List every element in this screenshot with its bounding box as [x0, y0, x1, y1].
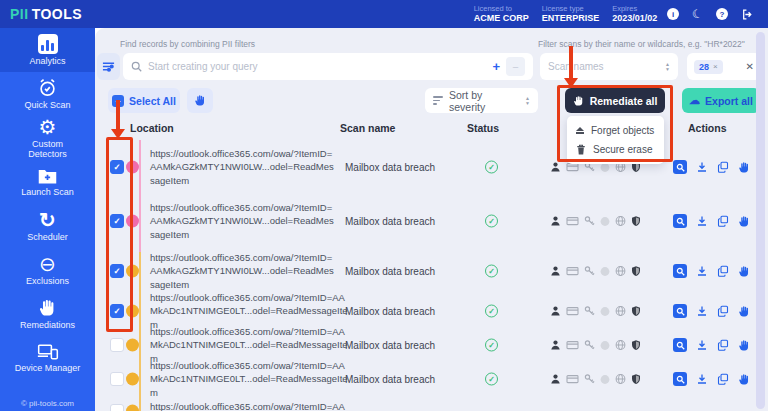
row-checkbox[interactable]: ✓ — [110, 264, 124, 278]
scrollbar[interactable] — [756, 32, 765, 409]
alarm-clock-icon — [37, 77, 58, 98]
remove-filter-button[interactable]: − — [506, 57, 525, 76]
copy-icon[interactable] — [717, 305, 729, 317]
devices-icon — [37, 343, 59, 361]
hand-icon[interactable] — [738, 305, 751, 318]
download-icon[interactable] — [696, 265, 708, 277]
key-icon — [584, 374, 595, 385]
chevron-updown-icon: ▲▼ — [665, 62, 670, 71]
hand-icon[interactable] — [738, 265, 751, 278]
dot-icon — [600, 306, 610, 316]
sidebar-item-analytics[interactable]: Analytics — [0, 28, 95, 72]
help-icon[interactable]: ? — [716, 8, 728, 20]
hand-icon[interactable] — [738, 339, 751, 352]
download-icon[interactable] — [696, 215, 708, 227]
preview-icon[interactable] — [673, 214, 687, 228]
globe-icon — [615, 266, 626, 277]
clear-filters-icon[interactable]: ✕ — [746, 61, 754, 72]
sidebar-item-scheduler[interactable]: ↻ Scheduler — [0, 204, 95, 248]
app-header: PII TOOLS Licensed to ACME CORP License … — [0, 0, 768, 28]
sidebar-item-custom-detectors[interactable]: ⚙ Custom Detectors — [0, 116, 95, 160]
status-ok-icon: ✓ — [485, 215, 498, 228]
download-icon[interactable] — [696, 373, 708, 385]
row-checkbox[interactable]: ✓ — [110, 304, 124, 318]
key-icon — [584, 216, 595, 227]
result-count-chip[interactable]: 28 × — [694, 60, 723, 74]
row-checkbox[interactable] — [110, 372, 124, 386]
dot-icon — [600, 216, 610, 226]
chevron-updown-icon: ▲▼ — [525, 96, 530, 105]
menu-item-forget-objects[interactable]: Forget objects — [567, 121, 664, 140]
filter-presets-button[interactable] — [97, 53, 120, 80]
copy-icon[interactable] — [717, 161, 729, 173]
license-expires: Expires 2023/01/02 — [612, 4, 657, 24]
row-scan-name: Mailbox data breach — [345, 216, 455, 227]
table-row: https://outlook.office365.com/owa/?ItemI… — [95, 362, 768, 396]
status-ok-icon: ✓ — [485, 373, 498, 386]
sidebar-item-device-manager[interactable]: Device Manager — [0, 336, 95, 380]
row-location[interactable]: https://outlook.office365.com/owa/?ItemI… — [150, 251, 336, 291]
download-icon[interactable] — [696, 305, 708, 317]
sidebar-item-remediations[interactable]: Remediations — [0, 292, 95, 336]
remediate-selected-button[interactable] — [187, 88, 213, 113]
sidebar-item-launch-scan[interactable]: Launch Scan — [0, 160, 95, 204]
remediate-all-button[interactable]: Remediate all — [565, 88, 665, 113]
copy-icon[interactable] — [717, 373, 729, 385]
results-table: ✓ https://outlook.office365.com/owa/?Ite… — [95, 140, 768, 411]
remove-chip-icon[interactable]: × — [713, 62, 718, 71]
severity-dot — [126, 215, 139, 228]
hand-icon[interactable] — [738, 161, 751, 174]
download-icon[interactable] — [696, 161, 708, 173]
person-icon — [550, 266, 561, 277]
preview-icon[interactable] — [673, 264, 687, 278]
bar-chart-icon — [38, 34, 58, 54]
select-all-button[interactable]: – Select All — [108, 88, 180, 113]
table-row: https://outlook.office365.com/owa/?ItemI… — [95, 328, 768, 362]
query-input[interactable]: Start creating your query + − — [123, 53, 533, 80]
download-icon[interactable] — [696, 339, 708, 351]
row-checkbox[interactable] — [110, 404, 124, 411]
trash-icon — [576, 144, 586, 155]
add-filter-button[interactable]: + — [492, 59, 500, 74]
preview-icon[interactable] — [673, 160, 687, 174]
sidebar-item-quick-scan[interactable]: Quick Scan — [0, 72, 95, 116]
dot-icon — [600, 266, 610, 276]
pii-type-icons — [550, 374, 641, 385]
row-location[interactable]: https://outlook.office365.com/owa/?ItemI… — [150, 400, 350, 411]
row-location[interactable]: https://outlook.office365.com/owa/?ItemI… — [150, 147, 336, 187]
credit-card-icon — [566, 266, 579, 277]
copy-icon[interactable] — [717, 215, 729, 227]
row-checkbox[interactable]: ✓ — [110, 214, 124, 228]
active-filter-chips: 28 × ✕ — [687, 53, 761, 80]
column-scan-name: Scan name — [340, 122, 395, 134]
hand-icon[interactable] — [738, 373, 751, 386]
sidebar: Analytics Quick Scan ⚙ Custom Detectors … — [0, 28, 95, 411]
sort-select[interactable]: Sort by severity ▲▼ — [425, 88, 538, 113]
credit-card-icon — [566, 216, 579, 227]
copy-icon[interactable] — [717, 339, 729, 351]
logo-tools: TOOLS — [32, 6, 82, 22]
sidebar-item-exclusions[interactable]: ⊖ Exclusions — [0, 248, 95, 292]
person-icon — [550, 306, 561, 317]
row-checkbox[interactable] — [110, 338, 124, 352]
severity-line-high — [139, 140, 141, 252]
table-row: ✓ https://outlook.office365.com/owa/?Ite… — [95, 140, 768, 194]
copy-icon[interactable] — [717, 265, 729, 277]
table-row: ✓ https://outlook.office365.com/owa/?Ite… — [95, 194, 768, 248]
row-location[interactable]: https://outlook.office365.com/owa/?ItemI… — [150, 201, 336, 241]
preview-icon[interactable] — [673, 372, 687, 386]
info-icon[interactable]: i — [667, 8, 679, 20]
export-all-button[interactable]: ☁ Export all — [682, 88, 760, 113]
row-location[interactable]: https://outlook.office365.com/owa/?ItemI… — [150, 359, 350, 399]
menu-item-secure-erase[interactable]: Secure erase — [567, 140, 664, 159]
row-checkbox[interactable]: ✓ — [110, 160, 124, 174]
preview-icon[interactable] — [673, 338, 687, 352]
logout-icon[interactable] — [741, 8, 754, 21]
row-actions — [673, 214, 751, 228]
dark-mode-icon[interactable]: ☾ — [691, 6, 705, 22]
circle-minus-icon: ⊖ — [39, 254, 56, 274]
scan-names-select[interactable]: Scan names ▲▼ — [540, 53, 678, 80]
preview-icon[interactable] — [673, 304, 687, 318]
hand-icon[interactable] — [738, 215, 751, 228]
row-scan-name: Mailbox data breach — [345, 266, 455, 277]
